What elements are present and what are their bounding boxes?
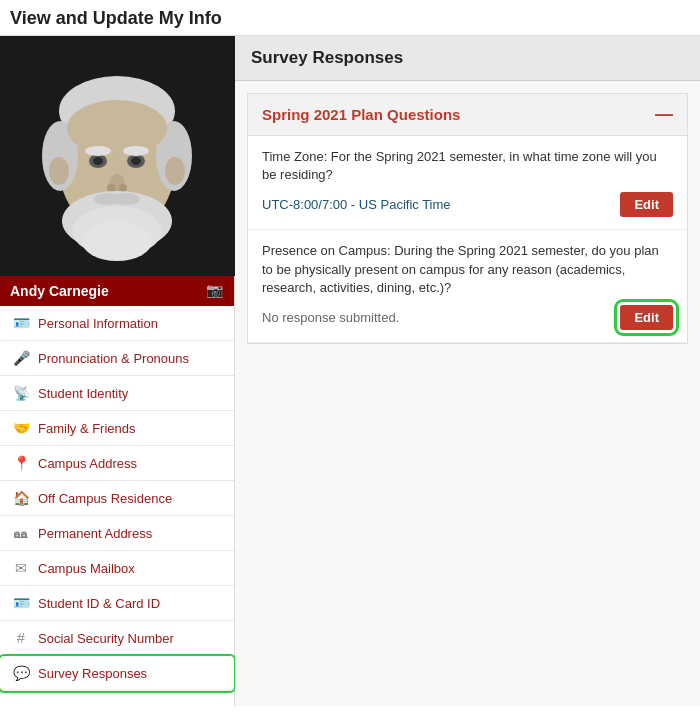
nav-link-survey-responses[interactable]: 💬 Survey Responses <box>0 656 234 690</box>
q1-answer: UTC-8:00/7:00 - US Pacific Time <box>262 197 451 212</box>
student-id-icon: 🪪 <box>12 595 30 611</box>
svg-point-20 <box>119 184 127 192</box>
nav-item-off-campus: 🏠 Off Campus Residence <box>0 481 234 516</box>
svg-point-17 <box>123 146 149 156</box>
nav-label-pronunciation-pronouns: Pronunciation & Pronouns <box>38 351 189 366</box>
nav-label-campus-mailbox: Campus Mailbox <box>38 561 135 576</box>
nav-label-survey-responses: Survey Responses <box>38 666 147 681</box>
svg-point-14 <box>93 157 103 165</box>
q2-edit-button[interactable]: Edit <box>620 305 673 330</box>
nav-item-campus-address: 📍 Campus Address <box>0 446 234 481</box>
content-header: Survey Responses <box>235 36 700 81</box>
nav-label-personal-information: Personal Information <box>38 316 158 331</box>
page-header: View and Update My Info <box>0 0 700 36</box>
nav-item-survey-responses: 💬 Survey Responses <box>0 656 234 691</box>
pronunciation-icon: 🎤 <box>12 350 30 366</box>
permanent-address-icon: 🏘 <box>12 525 30 541</box>
question-1-text: Time Zone: For the Spring 2021 semester,… <box>262 148 673 184</box>
personal-information-icon: 🪪 <box>12 315 30 331</box>
nav-label-student-identity: Student Identity <box>38 386 128 401</box>
survey-question-2: Presence on Campus: During the Spring 20… <box>248 230 687 343</box>
svg-point-26 <box>49 157 69 185</box>
nav-link-permanent-address[interactable]: 🏘 Permanent Address <box>0 516 234 550</box>
survey-question-1: Time Zone: For the Spring 2021 semester,… <box>248 136 687 230</box>
nav-link-pronunciation-pronouns[interactable]: 🎤 Pronunciation & Pronouns <box>0 341 234 375</box>
off-campus-icon: 🏠 <box>12 490 30 506</box>
camera-icon[interactable]: 📷 <box>206 282 224 300</box>
nav-link-social-security[interactable]: # Social Security Number <box>0 621 234 655</box>
question-2-text: Presence on Campus: During the Spring 20… <box>262 242 673 297</box>
svg-point-25 <box>112 193 140 205</box>
page-title: View and Update My Info <box>10 8 690 29</box>
nav-item-personal-information: 🪪 Personal Information <box>0 306 234 341</box>
nav-link-student-id[interactable]: 🪪 Student ID & Card ID <box>0 586 234 620</box>
svg-point-15 <box>131 157 141 165</box>
nav-link-family-friends[interactable]: 🤝 Family & Friends <box>0 411 234 445</box>
q2-label: Presence on Campus: During the Spring 20… <box>262 243 659 294</box>
svg-point-11 <box>67 100 167 156</box>
nav-link-campus-mailbox[interactable]: ✉ Campus Mailbox <box>0 551 234 585</box>
nav-item-permanent-address: 🏘 Permanent Address <box>0 516 234 551</box>
nav-link-off-campus[interactable]: 🏠 Off Campus Residence <box>0 481 234 515</box>
svg-point-23 <box>82 221 152 261</box>
profile-photo-area <box>0 36 235 276</box>
profile-name: Andy Carnegie <box>10 283 109 299</box>
main-layout: Andy Carnegie 📷 🪪 Personal Information 🎤… <box>0 36 700 706</box>
nav-item-student-identity: 📡 Student Identity <box>0 376 234 411</box>
q2-no-response: No response submitted. <box>262 310 399 325</box>
svg-point-27 <box>165 157 185 185</box>
survey-section-header: Spring 2021 Plan Questions — <box>248 94 687 136</box>
campus-mailbox-icon: ✉ <box>12 560 30 576</box>
nav-item-campus-mailbox: ✉ Campus Mailbox <box>0 551 234 586</box>
nav-label-campus-address: Campus Address <box>38 456 137 471</box>
nav-label-permanent-address: Permanent Address <box>38 526 152 541</box>
q2-answer-row: No response submitted. Edit <box>262 305 673 330</box>
nav-label-family-friends: Family & Friends <box>38 421 136 436</box>
svg-point-16 <box>85 146 111 156</box>
portrait-svg <box>0 36 235 276</box>
q1-label: Time Zone: For the Spring 2021 semester,… <box>262 149 657 182</box>
student-identity-icon: 📡 <box>12 385 30 401</box>
nav-menu: 🪪 Personal Information 🎤 Pronunciation &… <box>0 306 234 706</box>
q1-edit-button[interactable]: Edit <box>620 192 673 217</box>
nav-link-personal-information[interactable]: 🪪 Personal Information <box>0 306 234 340</box>
nav-link-student-identity[interactable]: 📡 Student Identity <box>0 376 234 410</box>
survey-section: Spring 2021 Plan Questions — Time Zone: … <box>247 93 688 344</box>
nav-label-student-id: Student ID & Card ID <box>38 596 160 611</box>
nav-item-family-friends: 🤝 Family & Friends <box>0 411 234 446</box>
nav-label-social-security: Social Security Number <box>38 631 174 646</box>
content-title: Survey Responses <box>251 48 403 67</box>
svg-point-19 <box>107 184 115 192</box>
nav-link-campus-address[interactable]: 📍 Campus Address <box>0 446 234 480</box>
sidebar: Andy Carnegie 📷 🪪 Personal Information 🎤… <box>0 36 235 706</box>
nav-item-pronunciation-pronouns: 🎤 Pronunciation & Pronouns <box>0 341 234 376</box>
survey-section-title: Spring 2021 Plan Questions <box>262 106 460 123</box>
nav-label-off-campus: Off Campus Residence <box>38 491 172 506</box>
profile-photo <box>0 36 235 276</box>
nav-item-student-id: 🪪 Student ID & Card ID <box>0 586 234 621</box>
social-security-icon: # <box>12 630 30 646</box>
collapse-icon[interactable]: — <box>655 104 673 125</box>
content-area: Survey Responses Spring 2021 Plan Questi… <box>235 36 700 706</box>
q1-answer-row: UTC-8:00/7:00 - US Pacific Time Edit <box>262 192 673 217</box>
survey-responses-icon: 💬 <box>12 665 30 681</box>
profile-name-bar: Andy Carnegie 📷 <box>0 276 234 306</box>
nav-item-social-security: # Social Security Number <box>0 621 234 656</box>
family-friends-icon: 🤝 <box>12 420 30 436</box>
campus-address-icon: 📍 <box>12 455 30 471</box>
